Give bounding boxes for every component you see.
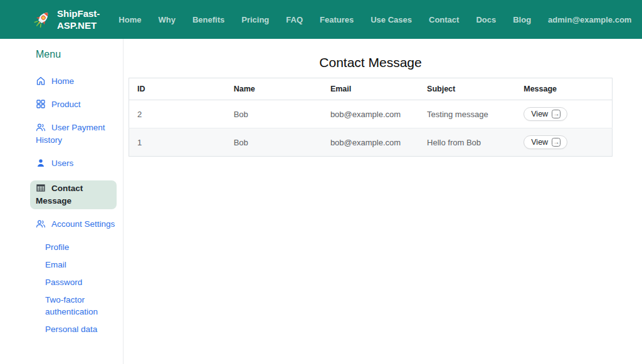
cell-subject: Hello from Bob xyxy=(419,128,515,157)
messages-table: IDNameEmailSubjectMessage 2Bobbob@exampl… xyxy=(129,78,613,157)
nav-item-faq[interactable]: FAQ xyxy=(286,15,303,24)
sidebar-submenu: ProfileEmailPasswordTwo-factor authentic… xyxy=(36,241,117,335)
top-header: ShipFast-ASP.NET HomeWhyBenefitsPricingF… xyxy=(0,0,642,39)
sidebar-item-label: Users xyxy=(51,159,73,168)
nav-item-benefits[interactable]: Benefits xyxy=(192,15,224,24)
sidebar-menu: HomeProductUser Payment HistoryUsersCont… xyxy=(36,75,117,231)
brand-name: ShipFast-ASP.NET xyxy=(57,8,100,31)
sidebar-item-contact-message[interactable]: Contact Message xyxy=(30,180,117,209)
top-nav: HomeWhyBenefitsPricingFAQFeaturesUse Cas… xyxy=(118,15,642,24)
sidebar-item-account-settings[interactable]: Account Settings xyxy=(36,218,117,231)
nav-item-admin-example-com[interactable]: admin@example.com xyxy=(548,15,631,24)
view-message-button[interactable]: View→ xyxy=(524,107,567,121)
column-header-message: Message xyxy=(515,78,612,100)
cell-message-action: View→ xyxy=(515,128,612,157)
nav-item-use-cases[interactable]: Use Cases xyxy=(371,15,412,24)
people-icon xyxy=(36,219,46,229)
table-row: 1Bobbob@example.comHello from BobView→ xyxy=(129,128,613,157)
arrow-right-square-icon: → xyxy=(552,138,560,147)
sidebar: Menu HomeProductUser Payment HistoryUser… xyxy=(0,39,124,364)
column-header-subject: Subject xyxy=(419,78,515,100)
sidebar-subitem-two-factor-authentication[interactable]: Two-factor authentication xyxy=(45,294,117,318)
sidebar-item-users[interactable]: Users xyxy=(36,157,117,170)
nav-item-docs[interactable]: Docs xyxy=(476,15,496,24)
nav-item-blog[interactable]: Blog xyxy=(513,15,531,24)
cell-id: 2 xyxy=(129,100,226,128)
cell-email: bob@example.com xyxy=(322,128,419,157)
view-message-button[interactable]: View→ xyxy=(524,135,567,149)
nav-item-home[interactable]: Home xyxy=(118,15,141,24)
nav-item-contact[interactable]: Contact xyxy=(429,15,459,24)
table-row: 2Bobbob@example.comTesting messageView→ xyxy=(129,100,613,128)
view-button-label: View xyxy=(531,138,548,147)
sidebar-item-label: Account Settings xyxy=(51,219,115,229)
sidebar-item-product[interactable]: Product xyxy=(36,98,117,111)
person-fill-icon xyxy=(36,158,46,168)
sidebar-subitem-personal-data[interactable]: Personal data xyxy=(45,323,117,335)
brand-logo[interactable]: ShipFast-ASP.NET xyxy=(31,8,100,31)
sidebar-item-label: Product xyxy=(51,100,81,109)
sidebar-title: Menu xyxy=(36,49,117,60)
cell-name: Bob xyxy=(226,128,322,157)
cell-email: bob@example.com xyxy=(322,100,419,128)
sidebar-subitem-email[interactable]: Email xyxy=(45,259,117,271)
people-icon xyxy=(36,122,46,132)
sidebar-subitem-password[interactable]: Password xyxy=(45,276,117,288)
cell-message-action: View→ xyxy=(515,100,612,128)
nav-item-why[interactable]: Why xyxy=(158,15,175,24)
table-icon xyxy=(36,183,46,193)
home-icon xyxy=(36,76,46,86)
cell-name: Bob xyxy=(226,100,322,128)
rocket-icon xyxy=(31,9,53,30)
nav-item-pricing[interactable]: Pricing xyxy=(241,15,269,24)
main-content: Contact Message IDNameEmailSubjectMessag… xyxy=(124,39,642,157)
nav-item-features[interactable]: Features xyxy=(320,15,354,24)
sidebar-item-label: Home xyxy=(51,76,74,86)
column-header-id: ID xyxy=(129,78,226,100)
page-title: Contact Message xyxy=(129,55,613,70)
cell-subject: Testing message xyxy=(419,100,515,128)
sidebar-item-label: User Payment History xyxy=(36,123,105,145)
view-button-label: View xyxy=(531,110,548,118)
arrow-right-square-icon: → xyxy=(552,110,560,118)
sidebar-item-home[interactable]: Home xyxy=(36,75,117,88)
sidebar-subitem-profile[interactable]: Profile xyxy=(45,241,117,253)
grid-icon xyxy=(36,99,46,109)
sidebar-item-user-payment-history[interactable]: User Payment History xyxy=(36,122,117,147)
cell-id: 1 xyxy=(129,128,226,157)
column-header-name: Name xyxy=(226,78,322,100)
table-header: IDNameEmailSubjectMessage xyxy=(129,78,613,100)
column-header-email: Email xyxy=(322,78,419,100)
